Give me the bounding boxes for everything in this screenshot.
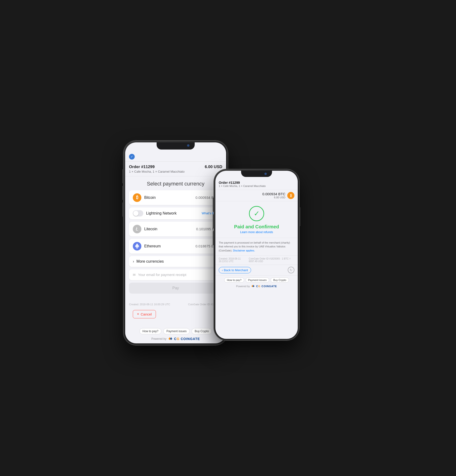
litecoin-row[interactable]: Ł Litecoin 0.101095 LTC <box>129 222 222 237</box>
coingate-logo: CG COINGATE <box>168 337 200 341</box>
order-amount: 6.00 USD <box>205 165 222 169</box>
phone-1: ✓ Order #11299 6.00 USD 1 × Cafe Mocha, … <box>123 140 228 345</box>
verified-icon: ✓ <box>129 154 135 160</box>
back-merchant-label: Back to Merchant <box>224 268 248 272</box>
header-bar: ✓ <box>125 152 226 162</box>
notch-1 <box>157 142 195 150</box>
pay-button[interactable]: Pay <box>129 283 222 294</box>
paid-confirmed-text: Paid and Confirmed <box>234 224 279 230</box>
how-to-pay-button[interactable]: How to pay? <box>140 328 162 334</box>
litecoin-name: Litecoin <box>144 227 196 231</box>
p2-order-number: Order #11299 <box>219 181 294 185</box>
p2-order-info: Order #11299 1 × Cafe Mocha, 1 × Caramel… <box>216 178 298 190</box>
bottom-links: How to pay? Payment issues Buy Crypto <box>125 326 226 336</box>
powered-by: Powered by CG COINGATE <box>125 336 226 343</box>
p2-meta: Created: 2018-08-11 16:13:51 UTC CoinGat… <box>216 255 298 265</box>
ethereum-row[interactable]: Ethereum 0.018875 ETH <box>129 239 222 254</box>
check-mark-icon: ✓ <box>254 210 260 217</box>
phone-1-screen: ✓ Order #11299 6.00 USD 1 × Cafe Mocha, … <box>125 142 226 343</box>
payment-issues-button[interactable]: Payment issues <box>163 328 190 334</box>
cancel-label: Cancel <box>141 312 152 316</box>
p2-how-to-pay-button[interactable]: How to pay? <box>224 277 244 283</box>
p2-powered-by: Powered by CG COINGATE <box>216 284 298 290</box>
phone-2: Order #11299 1 × Cafe Mocha, 1 × Caramel… <box>214 169 299 340</box>
p2-btc-icon: ₿ <box>287 192 294 199</box>
confirmed-section: ✓ Paid and Confirmed Learn more about re… <box>216 201 298 238</box>
check-circle: ✓ <box>249 206 264 221</box>
order-number: Order #11299 <box>129 165 155 169</box>
p2-buy-crypto-button[interactable]: Buy Crypto <box>271 277 289 283</box>
p2-amount-row: 0.000934 BTC 6.00 USD ₿ <box>216 190 298 201</box>
more-currencies-label: More currencies <box>136 259 164 264</box>
select-payment-title: Select payment currency <box>125 177 226 190</box>
p2-bottom-links: How to pay? Payment issues Buy Crypto <box>216 275 298 284</box>
p2-usd-amount: 6.00 USD <box>262 196 285 199</box>
screen-2-content: Order #11299 1 × Cafe Mocha, 1 × Caramel… <box>216 171 298 339</box>
p2-meta-right: CoinGate Order ID #1829365 · 1 BTC = 609… <box>249 257 294 263</box>
refresh-button[interactable]: ↻ <box>288 267 294 273</box>
scene: ✓ Order #11299 6.00 USD 1 × Cafe Mocha, … <box>114 131 342 345</box>
p2-order-items: 1 × Cafe Mocha, 1 × Caramel Macchiato <box>219 185 294 187</box>
phone-2-screen: Order #11299 1 × Cafe Mocha, 1 × Caramel… <box>216 171 298 339</box>
disclaimer-link[interactable]: Disclaimer applies. <box>233 249 255 252</box>
bitcoin-icon: ₿ <box>133 193 141 202</box>
disclaimer-text: The payment is processed on behalf of th… <box>216 238 298 256</box>
order-info: Order #11299 6.00 USD 1 × Cafe Mocha, 1 … <box>125 162 226 177</box>
lightning-name: Lightning Network <box>146 211 202 215</box>
litecoin-icon: Ł <box>133 225 141 233</box>
email-placeholder[interactable]: Your email for payment receipt <box>138 273 214 277</box>
lightning-row[interactable]: Lightning Network What's this? <box>129 207 222 219</box>
chevron-left-icon: ‹ <box>222 268 223 272</box>
learn-more-link[interactable]: Learn more about refunds <box>240 230 273 234</box>
bitcoin-row[interactable]: ₿ Bitcoin 0.000934 BTC <box>129 190 222 205</box>
currency-list: ₿ Bitcoin 0.000934 BTC Lightning Network… <box>125 190 226 254</box>
order-items: 1 × Cafe Mocha, 1 × Caramel Macchiato <box>129 170 222 173</box>
footer-info: Created: 2018-08-11 16:00:29 UTC CoinGat… <box>129 301 222 308</box>
email-input-container[interactable]: ✉ Your email for payment receipt ? <box>129 269 222 280</box>
back-to-merchant-button[interactable]: ‹ Back to Merchant <box>219 267 251 273</box>
bitcoin-name: Bitcoin <box>144 196 195 200</box>
x-icon: ✕ <box>137 312 139 316</box>
chevron-right-icon: › <box>133 259 134 264</box>
p2-btc-amount: 0.000934 BTC <box>262 192 285 196</box>
footer-created: Created: 2018-08-11 16:00:29 UTC <box>129 303 170 306</box>
email-icon: ✉ <box>133 273 136 277</box>
ethereum-name: Ethereum <box>144 244 195 248</box>
cancel-button[interactable]: ✕ Cancel <box>133 310 156 318</box>
p2-meta-left: Created: 2018-08-11 16:13:51 UTC <box>219 257 249 263</box>
lightning-toggle[interactable] <box>133 210 143 216</box>
p2-payment-issues-button[interactable]: Payment issues <box>246 277 269 283</box>
buy-crypto-button[interactable]: Buy Crypto <box>191 328 212 334</box>
screen-1-content: ✓ Order #11299 6.00 USD 1 × Cafe Mocha, … <box>125 142 226 343</box>
p2-coingate-logo: CG COINGATE <box>251 285 277 288</box>
ethereum-icon <box>133 242 141 250</box>
more-currencies-row[interactable]: › More currencies <box>129 256 222 267</box>
order-header: Order #11299 6.00 USD <box>129 165 222 169</box>
notch-2 <box>241 171 272 177</box>
p2-actions: ‹ Back to Merchant ↻ <box>216 265 298 275</box>
